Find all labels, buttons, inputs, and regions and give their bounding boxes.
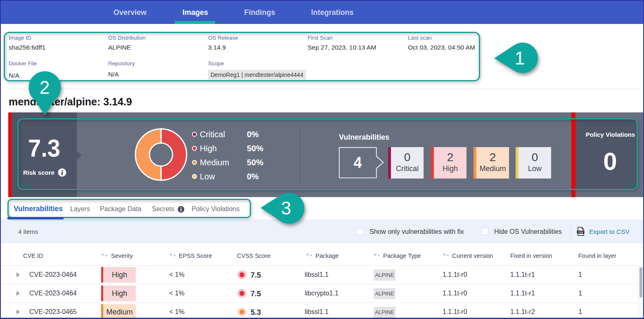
svg-text:CSV: CSV: [578, 231, 583, 233]
